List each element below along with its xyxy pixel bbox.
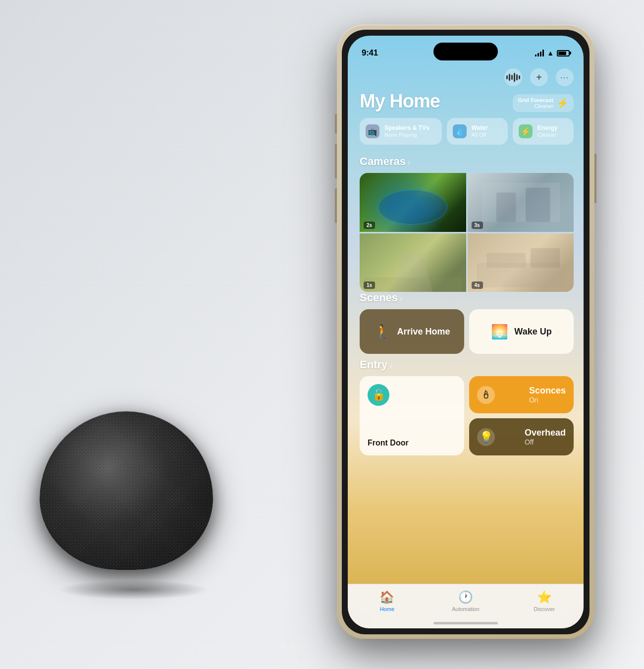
entry-chevron[interactable]: ›: [389, 361, 392, 370]
water-pill-text: Water All Off: [472, 124, 488, 138]
speakers-pill[interactable]: 📺 Speakers & TVs None Playing: [360, 118, 442, 145]
wake-up-card[interactable]: 🌅 Wake Up: [469, 309, 574, 354]
energy-pill-text: Energy Cleaner: [537, 124, 558, 138]
scenes-title: Scenes: [360, 291, 398, 304]
signal-bar-4: [542, 50, 544, 56]
svg-rect-9: [531, 248, 560, 268]
energy-pill[interactable]: ⚡ Energy Cleaner: [513, 118, 574, 145]
energy-icon: ⚡: [519, 124, 533, 138]
tab-home[interactable]: 🏠 Home: [348, 590, 427, 612]
cameras-title: Cameras: [360, 155, 406, 168]
signal-icon: [535, 50, 544, 56]
cameras-section: Cameras ›: [360, 155, 574, 292]
dynamic-island: [433, 43, 498, 60]
scenes-section: Scenes › 🚶 Arrive Home 🌅 Wake: [360, 291, 574, 354]
homepod-body: [40, 411, 213, 570]
pool-svg: [360, 173, 466, 232]
scenes-header: Scenes ›: [360, 291, 574, 304]
camera-yard[interactable]: 1s: [360, 233, 466, 292]
discover-tab-label: Discover: [534, 606, 555, 612]
iphone-inner: 9:41 ▲: [342, 30, 590, 634]
app-scene: 9:41 ▲: [0, 0, 644, 669]
automation-tab-icon: 🕐: [458, 590, 473, 604]
grid-forecast-text: Grid Forecast Cleaner: [518, 97, 553, 109]
status-pills: 📺 Speakers & TVs None Playing 💧 Water: [360, 118, 574, 145]
arrive-home-label: Arrive Home: [397, 327, 450, 337]
energy-sublabel: Cleaner: [537, 132, 558, 138]
overhead-card[interactable]: 💡 Overhead Off: [469, 418, 574, 455]
battery-fill: [558, 52, 566, 55]
grid-forecast-line2: Cleaner: [518, 103, 553, 109]
gym-svg: [468, 173, 574, 232]
camera-living-timestamp: 4s: [472, 281, 483, 289]
camera-yard-timestamp: 1s: [364, 281, 375, 289]
scenes-grid: 🚶 Arrive Home 🌅 Wake Up: [360, 309, 574, 354]
home-tab-icon: 🏠: [379, 590, 394, 604]
iphone-screen: 9:41 ▲: [348, 36, 584, 628]
homepod-mesh-diagonal: [40, 411, 213, 570]
wake-up-icon: 🌅: [491, 324, 508, 340]
svg-point-1: [386, 195, 440, 219]
camera-living[interactable]: 4s: [468, 233, 574, 292]
energy-label: Energy: [537, 124, 558, 131]
wake-up-label: Wake Up: [514, 327, 551, 337]
lightning-icon: ⚡: [556, 97, 569, 109]
waveform-icon: [506, 72, 520, 82]
svg-rect-3: [496, 193, 516, 222]
overhead-name: Overhead: [525, 428, 566, 438]
camera-gym[interactable]: 3s: [468, 173, 574, 232]
water-sublabel: All Off: [472, 132, 488, 138]
entry-header: Entry ›: [360, 358, 574, 371]
signal-bar-3: [540, 52, 541, 56]
status-icons: ▲: [535, 49, 570, 57]
sconces-name: Sconces: [529, 386, 566, 396]
siri-button[interactable]: [504, 68, 522, 86]
entry-grid: 🔓 Front Door 🕯 Sconces On: [360, 376, 574, 455]
right-entry-cards: 🕯 Sconces On 💡: [469, 376, 574, 455]
svg-rect-6: [364, 277, 462, 292]
front-door-name: Front Door: [368, 439, 456, 447]
home-title: My Home: [360, 91, 440, 112]
speakers-label: Speakers & TVs: [384, 124, 429, 131]
homepod-body-container: [40, 411, 228, 590]
speakers-icon: 📺: [366, 124, 379, 138]
scenes-chevron[interactable]: ›: [400, 294, 402, 303]
sconces-text: Sconces On: [529, 386, 566, 404]
water-pill[interactable]: 💧 Water All Off: [447, 118, 508, 145]
home-tab-label: Home: [380, 606, 394, 612]
overhead-status: Off: [525, 438, 566, 446]
speakers-pill-text: Speakers & TVs None Playing: [384, 124, 429, 138]
signal-bar-1: [535, 55, 537, 56]
sconces-icon: 🕯: [477, 386, 495, 404]
camera-pool-timestamp: 2s: [364, 222, 375, 229]
arrive-home-icon: 🚶: [374, 324, 391, 340]
camera-pool[interactable]: 2s: [360, 173, 466, 232]
add-button[interactable]: +: [530, 68, 548, 86]
sconces-card[interactable]: 🕯 Sconces On: [469, 376, 574, 413]
homepod-mini: [40, 411, 248, 619]
screen-content: + ··· My Home Grid Forecast Cleaner: [348, 63, 584, 584]
arrive-home-card[interactable]: 🚶 Arrive Home: [360, 309, 464, 354]
overhead-text: Overhead Off: [525, 428, 566, 446]
more-button[interactable]: ···: [556, 68, 574, 86]
signal-bar-2: [537, 53, 539, 56]
tab-discover[interactable]: ⭐ Discover: [505, 590, 584, 612]
grid-forecast-badge[interactable]: Grid Forecast Cleaner ⚡: [513, 94, 574, 112]
water-label: Water: [472, 124, 488, 131]
speakers-sublabel: None Playing: [384, 132, 429, 138]
entry-title: Entry: [360, 358, 387, 371]
entry-section: Entry › 🔓 Front Door 🕯: [360, 358, 574, 455]
living-svg: [468, 233, 574, 292]
cameras-chevron[interactable]: ›: [408, 158, 410, 167]
iphone: 9:41 ▲: [337, 25, 594, 639]
front-door-card[interactable]: 🔓 Front Door: [360, 376, 464, 455]
tab-automation[interactable]: 🕐 Automation: [427, 590, 505, 612]
cameras-header: Cameras ›: [360, 155, 574, 168]
battery-icon: [557, 50, 570, 56]
home-title-section: My Home: [360, 91, 440, 112]
front-door-icon: 🔓: [368, 384, 389, 406]
status-time: 9:41: [362, 48, 378, 58]
iphone-body: 9:41 ▲: [337, 25, 594, 639]
power-button[interactable]: [594, 154, 596, 203]
top-actions: + ···: [504, 68, 574, 86]
